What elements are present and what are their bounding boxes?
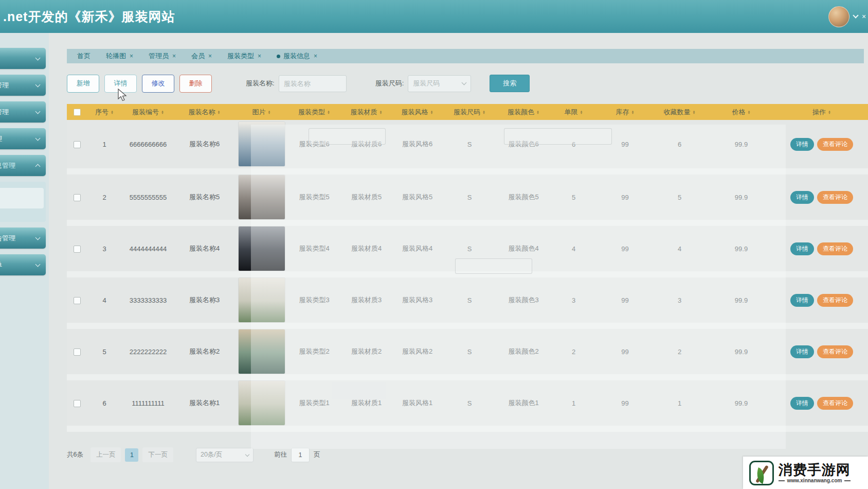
row-checkbox[interactable] xyxy=(74,246,81,253)
header-cell[interactable]: 服装类型▲▼ xyxy=(289,104,339,120)
detail-pill-button[interactable]: 详情 xyxy=(790,191,814,204)
toolbar-button-red[interactable]: 删除 xyxy=(179,75,212,93)
cell-name: 服装名称5 xyxy=(175,171,234,223)
header-cell[interactable]: 序号▲▼ xyxy=(87,104,121,120)
cell-style: 服装风格5 xyxy=(393,171,441,223)
current-page-button[interactable]: 1 xyxy=(125,448,138,462)
row-checkbox[interactable] xyxy=(74,400,81,407)
sort-icon[interactable]: ▲▼ xyxy=(161,110,164,114)
sort-icon[interactable]: ▲▼ xyxy=(631,110,635,114)
sidebar-item[interactable] xyxy=(0,48,46,69)
view-comments-pill-button[interactable]: 查看评论 xyxy=(817,294,853,307)
row-checkbox[interactable] xyxy=(74,141,81,148)
sort-icon[interactable]: ▲▼ xyxy=(482,110,485,114)
header-cell[interactable]: 价格▲▼ xyxy=(707,104,775,120)
sidebar-item[interactable]: 息管理 xyxy=(0,155,46,176)
toolbar-button-blue[interactable]: 修改 xyxy=(142,75,174,93)
sidebar-item[interactable]: 管理 xyxy=(0,101,46,123)
tab-close-icon[interactable]: × xyxy=(172,53,176,60)
tab-close-icon[interactable]: × xyxy=(258,53,261,60)
sidebar-item-label: 理 xyxy=(0,134,2,144)
sort-icon[interactable]: ▲▼ xyxy=(430,110,433,114)
goto-page-input[interactable] xyxy=(291,448,310,462)
sidebar-subitem-active[interactable] xyxy=(0,188,44,208)
cell-checkbox xyxy=(67,171,87,223)
next-page-button[interactable]: 下一页 xyxy=(142,447,173,462)
column-label: 服装材质 xyxy=(351,108,377,116)
tab[interactable]: 会员 × xyxy=(191,51,212,61)
header-cell[interactable]: 收藏数量▲▼ xyxy=(652,104,707,120)
detail-pill-button[interactable]: 详情 xyxy=(790,138,814,151)
name-filter-input[interactable] xyxy=(279,75,347,92)
header-cell[interactable]: 库存▲▼ xyxy=(598,104,652,120)
detail-pill-button[interactable]: 详情 xyxy=(790,242,814,255)
tab-close-icon[interactable]: × xyxy=(208,53,212,60)
cell-price: 99.9 xyxy=(707,326,775,377)
sort-icon[interactable]: ▲▼ xyxy=(379,110,383,114)
sort-icon[interactable]: ▲▼ xyxy=(828,110,831,114)
view-comments-pill-button[interactable]: 查看评论 xyxy=(817,242,853,255)
row-checkbox[interactable] xyxy=(74,348,81,356)
header-cell[interactable]: 服装风格▲▼ xyxy=(393,104,441,120)
tab-close-icon[interactable]: × xyxy=(314,53,317,60)
cell-code: 6666666666 xyxy=(121,120,175,171)
cell-index: 2 xyxy=(87,171,121,223)
sort-icon[interactable]: ▲▼ xyxy=(218,110,221,114)
sidebar-item[interactable]: 单 xyxy=(0,254,46,275)
table-row: 34444444444服装名称4服装类型4服装材质4服装风格4S服装颜色4499… xyxy=(67,223,868,274)
view-comments-pill-button[interactable]: 查看评论 xyxy=(817,138,853,151)
sidebar-item[interactable]: 告管理 xyxy=(0,228,46,249)
header-user-area: × xyxy=(828,6,868,27)
user-avatar[interactable] xyxy=(828,6,849,27)
search-button[interactable]: 搜索 xyxy=(490,75,530,92)
header-cell[interactable]: 服装颜色▲▼ xyxy=(498,104,549,120)
sidebar-item[interactable]: 理 xyxy=(0,128,46,149)
chevron-down-icon[interactable] xyxy=(853,12,858,18)
sort-icon[interactable]: ▲▼ xyxy=(268,110,271,114)
size-filter-select[interactable]: 服装尺码 xyxy=(408,75,471,92)
tab[interactable]: 管理员 × xyxy=(149,51,176,61)
page-size-select[interactable]: 20条/页 xyxy=(196,448,254,462)
tab[interactable]: 轮播图 × xyxy=(106,51,133,61)
cell-type: 服装类型2 xyxy=(289,326,339,377)
sidebar-item[interactable]: 管理 xyxy=(0,75,46,96)
header-cell[interactable]: 服装材质▲▼ xyxy=(339,104,393,120)
header-cell[interactable]: 服装尺码▲▼ xyxy=(441,104,498,120)
detail-pill-button[interactable]: 详情 xyxy=(790,397,814,410)
header-cell[interactable]: 单限▲▼ xyxy=(549,104,598,120)
header-cell[interactable]: 操作▲▼ xyxy=(775,104,868,120)
detail-pill-button[interactable]: 详情 xyxy=(790,345,814,358)
sort-icon[interactable]: ▲▼ xyxy=(536,110,539,114)
sort-icon[interactable]: ▲▼ xyxy=(693,110,696,114)
sort-icon[interactable]: ▲▼ xyxy=(111,110,114,114)
header-cell[interactable]: 服装编号▲▼ xyxy=(121,104,175,120)
cell-actions: 详情查看评论 xyxy=(775,223,868,274)
tab[interactable]: 服装信息 × xyxy=(277,51,317,61)
row-checkbox[interactable] xyxy=(74,194,81,201)
sidebar-menu: 管理 管理 理 息管理 告管理 单 xyxy=(0,48,49,275)
cell-color: 服装颜色5 xyxy=(498,171,549,223)
header-cell[interactable]: 服装名称▲▼ xyxy=(175,104,234,120)
toolbar: 新增详情修改删除 服装名称: 服装尺码: 服装尺码 搜索 xyxy=(67,74,868,93)
column-label: 图片 xyxy=(252,108,266,116)
view-comments-pill-button[interactable]: 查看评论 xyxy=(817,345,853,358)
detail-pill-button[interactable]: 详情 xyxy=(790,294,814,307)
view-comments-pill-button[interactable]: 查看评论 xyxy=(817,397,853,410)
row-checkbox[interactable] xyxy=(74,297,81,304)
header-close-icon[interactable]: × xyxy=(862,12,867,21)
sort-icon[interactable]: ▲▼ xyxy=(748,110,751,114)
select-all-checkbox[interactable] xyxy=(74,109,81,116)
toolbar-button-teal-light[interactable]: 详情 xyxy=(104,75,137,93)
cell-price: 99.9 xyxy=(707,377,775,429)
sort-icon[interactable]: ▲▼ xyxy=(327,110,330,114)
tab-close-icon[interactable]: × xyxy=(130,53,133,60)
header-cell[interactable]: 图片▲▼ xyxy=(234,104,289,120)
cell-image xyxy=(234,223,289,274)
tab[interactable]: 服装类型 × xyxy=(227,51,261,61)
tab[interactable]: 首页 xyxy=(77,51,91,61)
prev-page-button[interactable]: 上一页 xyxy=(91,447,121,462)
toolbar-button-teal[interactable]: 新增 xyxy=(67,75,99,93)
sort-icon[interactable]: ▲▼ xyxy=(580,110,583,114)
cell-stock: 99 xyxy=(598,171,652,223)
view-comments-pill-button[interactable]: 查看评论 xyxy=(817,191,853,204)
